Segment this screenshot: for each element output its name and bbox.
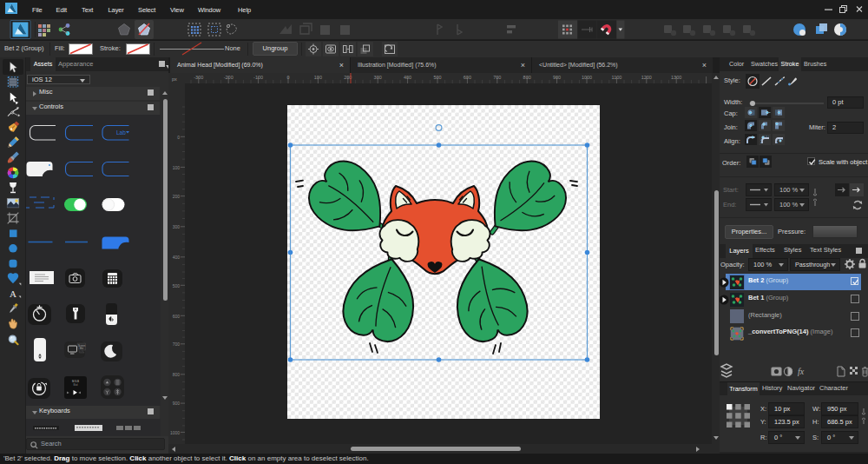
svg-text:900: 900: [173, 401, 181, 406]
svg-text:100: 100: [173, 165, 181, 170]
svg-text:1000: 1000: [170, 430, 180, 435]
svg-text:Mirr: Mirr: [80, 347, 84, 350]
svg-text:px: px: [172, 76, 177, 82]
svg-text:1200: 1200: [641, 75, 652, 80]
svg-text:M.S.B: M.S.B: [72, 380, 79, 383]
svg-text:600: 600: [173, 314, 181, 319]
svg-text:600: 600: [464, 75, 471, 80]
svg-text:fx: fx: [798, 367, 805, 376]
svg-text:800: 800: [173, 372, 181, 377]
svg-text:400: 400: [404, 75, 411, 80]
svg-text:1000: 1000: [582, 75, 592, 80]
svg-text:100: 100: [314, 75, 322, 80]
svg-text:0: 0: [286, 75, 289, 80]
svg-text:-300: -300: [194, 75, 203, 80]
svg-text:900: 900: [553, 75, 561, 80]
svg-text:Blvd: Blvd: [73, 383, 78, 387]
svg-text:1300: 1300: [671, 75, 681, 80]
svg-text:800: 800: [523, 75, 531, 80]
svg-text:300: 300: [374, 75, 382, 80]
svg-text:300: 300: [173, 224, 181, 229]
svg-text:500: 500: [433, 75, 441, 80]
svg-text:Lab: Lab: [116, 129, 126, 136]
svg-text:-100: -100: [253, 75, 263, 80]
svg-text:A: A: [10, 288, 16, 299]
svg-text:0: 0: [177, 135, 180, 140]
svg-text:500: 500: [173, 283, 181, 288]
svg-text:700: 700: [493, 75, 501, 80]
svg-text:-200: -200: [224, 75, 233, 80]
svg-text:700: 700: [173, 341, 181, 347]
svg-text:400: 400: [173, 255, 181, 260]
svg-text:200: 200: [173, 194, 181, 199]
svg-text:1100: 1100: [611, 75, 621, 80]
